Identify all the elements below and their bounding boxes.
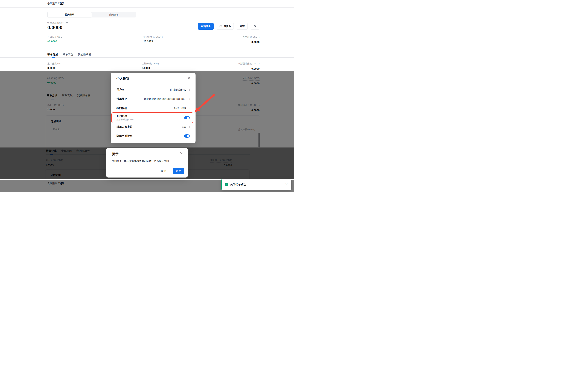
share-amount-column-header: 分成金额(USDT)	[238, 128, 255, 131]
current-period-share-label[interactable]: 本期预计分成(USDT)	[238, 62, 259, 66]
enable-lead-sub-label: 跟单分成比例10%	[117, 118, 133, 121]
settings-modal-title: 个人设置	[117, 77, 129, 81]
confirm-close-modal: 提示 ✕ 关闭带单，将无法获得跟单盈利分成，是否确认关闭 取消 确定	[106, 148, 188, 177]
today-pnl-label: 今日收益(USDT)	[47, 35, 64, 38]
username-value: 淇淇测试账号2	[170, 88, 186, 92]
today-pnl-value: +0.0000	[47, 40, 64, 43]
current-period-share-value: 0.0000	[238, 67, 259, 70]
breadcrumb-section[interactable]: 合约跟单	[47, 2, 57, 5]
enable-lead-label: 开启带单	[117, 115, 127, 118]
breadcrumb-bar: 合约跟单 / 我的	[0, 0, 294, 8]
breadcrumb-bottom: 合约跟单 / 我的	[47, 182, 64, 185]
transfer-button[interactable]: 划转	[237, 23, 248, 30]
investment-label-row: 投资金额(USDT)	[47, 21, 68, 25]
hide-position-label[interactable]: 隐藏当前持仓	[117, 134, 132, 138]
cancel-button[interactable]: 取消	[161, 169, 166, 173]
available-balance-label[interactable]: 可用余额(USDT)	[243, 35, 259, 39]
tab-lead-performance[interactable]: 带单表现	[63, 53, 73, 56]
tabs-divider	[0, 57, 294, 58]
nut-icon	[253, 24, 257, 28]
cumulative-share-label: 累计分成(USDT)	[47, 62, 64, 65]
enable-lead-toggle[interactable]	[184, 116, 190, 119]
available-balance-value: 0.0000	[243, 40, 259, 43]
confirm-message: 关闭带单，将无法获得跟单盈利分成，是否确认关闭	[112, 160, 169, 163]
success-check-icon: ✓	[225, 183, 229, 186]
action-buttons: 发起带单 体验金 划转	[198, 23, 259, 30]
success-toast: ✓ 关闭带单成功 ✕	[221, 179, 291, 191]
tab-my-followers[interactable]: 我的跟单者	[78, 53, 91, 56]
follower-limit-label: 跟单人数上限	[117, 125, 132, 129]
tags-chevron-icon[interactable]: ›	[189, 107, 190, 110]
follower-column-header: 跟单者	[53, 128, 60, 131]
breadcrumb[interactable]: 合约跟单 / 我的	[47, 2, 64, 5]
highlight-red-box	[111, 112, 193, 123]
eye-icon[interactable]	[65, 22, 68, 24]
settings-close-icon[interactable]: ✕	[188, 76, 190, 80]
username-label: 用户名	[117, 88, 125, 92]
investment-label: 投资金额(USDT)	[47, 21, 64, 25]
segmented-control: 我的带单 我的跟单	[47, 12, 136, 18]
lead-settings-button[interactable]	[251, 23, 259, 30]
bio-chevron-icon[interactable]: ›	[189, 97, 190, 100]
username-chevron-icon[interactable]: ›	[189, 88, 190, 91]
tab-lead-share[interactable]: 带单分成	[47, 53, 58, 56]
bio-value: 哈哈哈哈哈哈哈哈哈哈哈哈哈哈哈哈…	[144, 97, 186, 101]
share-detail-title: 分成明细	[51, 120, 61, 123]
toast-close-icon[interactable]: ✕	[285, 183, 288, 186]
total-lead-pnl-label: 带单总收益(USDT)	[143, 35, 163, 38]
scrollbar-thumb[interactable]	[258, 133, 260, 148]
bio-label: 带单简介	[117, 97, 127, 101]
hide-position-toggle[interactable]	[184, 134, 190, 138]
cumulative-share-value: 0.0000	[47, 66, 64, 69]
follower-limit-chevron-icon[interactable]: ›	[189, 125, 190, 128]
toast-accent-stripe	[221, 179, 222, 191]
tab-my-follow[interactable]: 我的跟单	[92, 12, 136, 18]
copy-trading-page: 合约跟单 / 我的 我的带单 我的跟单 投资金额(USDT) 0.0000 发起…	[0, 0, 294, 192]
last-period-share-label: 上期分成(USDT)	[142, 62, 159, 65]
tags-label: 我的标签	[117, 107, 127, 110]
confirm-button[interactable]: 确定	[173, 168, 184, 174]
confirm-close-icon[interactable]: ✕	[180, 152, 183, 155]
ticket-icon	[219, 25, 222, 28]
toast-message: 关闭带单成功	[230, 183, 246, 186]
tags-value: 短线、稳健	[174, 107, 186, 110]
investment-value: 0.0000	[47, 25, 63, 30]
total-lead-pnl-value: 26.3979	[143, 40, 163, 43]
confirm-modal-title: 提示	[112, 152, 118, 156]
breadcrumb-current: 我的	[59, 2, 64, 5]
trial-fund-button[interactable]: 体验金	[217, 23, 234, 30]
last-period-share-value: 0.0000	[142, 66, 159, 69]
frame-top: 合约跟单 / 我的 我的带单 我的跟单 投资金额(USDT) 0.0000 发起…	[0, 0, 294, 71]
start-lead-button[interactable]: 发起带单	[198, 23, 214, 30]
tab-my-lead[interactable]: 我的带单	[47, 12, 92, 18]
breadcrumb-separator: /	[58, 2, 59, 5]
follower-limit-value: 100	[182, 125, 186, 128]
personal-settings-modal: 个人设置 ✕ 用户名 淇淇测试账号2 › 带单简介 哈哈哈哈哈哈哈哈哈哈哈哈哈哈…	[111, 73, 195, 143]
active-tab-indicator	[52, 57, 55, 58]
share-tabs: 带单分成 带单表现 我的跟单者	[47, 53, 91, 56]
